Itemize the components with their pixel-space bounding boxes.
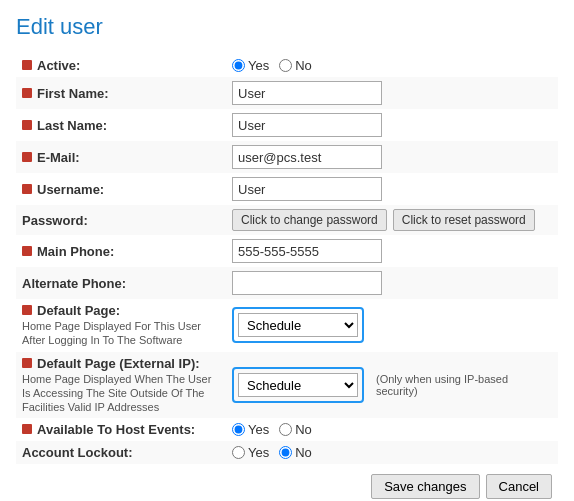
mainphone-label: Main Phone: <box>37 244 114 259</box>
hostevents-yes-text: Yes <box>248 422 269 437</box>
lastname-input[interactable] <box>232 113 382 137</box>
accountlockout-label-cell: Account Lockout: <box>16 441 226 464</box>
footer-buttons: Save changes Cancel <box>16 474 558 499</box>
password-label-cell: Password: <box>16 205 226 235</box>
hostevents-field-cell: Yes No <box>226 418 558 441</box>
altphone-input[interactable] <box>232 271 382 295</box>
accountlockout-label: Account Lockout: <box>22 445 133 460</box>
password-btn-row: Click to change password Click to reset … <box>232 209 552 231</box>
page-container: Edit user Active: Yes <box>0 0 574 501</box>
defaultpage-label: Default Page: <box>37 303 120 318</box>
row-email: E-Mail: <box>16 141 558 173</box>
defaultpage-highlight: Schedule Dashboard Reports <box>232 307 364 343</box>
required-indicator-firstname <box>22 88 32 98</box>
hostevents-yes-radio[interactable] <box>232 423 245 436</box>
row-accountlockout: Account Lockout: Yes No <box>16 441 558 464</box>
hostevents-label-cell: Available To Host Events: <box>16 418 226 441</box>
active-yes-text: Yes <box>248 58 269 73</box>
altphone-label: Alternate Phone: <box>22 276 126 291</box>
reset-password-button[interactable]: Click to reset password <box>393 209 535 231</box>
row-password: Password: Click to change password Click… <box>16 205 558 235</box>
row-lastname: Last Name: <box>16 109 558 141</box>
active-no-radio[interactable] <box>279 59 292 72</box>
required-indicator-lastname <box>22 120 32 130</box>
accountlockout-yes-label[interactable]: Yes <box>232 445 269 460</box>
defaultpage-label-cell: Default Page: Home Page Displayed For Th… <box>16 299 226 352</box>
firstname-input[interactable] <box>232 81 382 105</box>
accountlockout-no-radio[interactable] <box>279 446 292 459</box>
row-active: Active: Yes No <box>16 54 558 77</box>
defaultpage-ext-highlight: Schedule Dashboard Reports <box>232 367 364 403</box>
firstname-label: First Name: <box>37 86 109 101</box>
hostevents-no-radio[interactable] <box>279 423 292 436</box>
edit-user-form: Active: Yes No <box>16 54 558 464</box>
username-label-cell: Username: <box>16 173 226 205</box>
mainphone-label-cell: Main Phone: <box>16 235 226 267</box>
defaultpage-desc: Home Page Displayed For This User After … <box>22 319 220 348</box>
required-indicator-hostevents <box>22 424 32 434</box>
active-field-cell: Yes No <box>226 54 558 77</box>
active-radio-group: Yes No <box>232 58 552 73</box>
hostevents-no-label[interactable]: No <box>279 422 312 437</box>
firstname-label-cell: First Name: <box>16 77 226 109</box>
firstname-field-cell <box>226 77 558 109</box>
defaultpage-select[interactable]: Schedule Dashboard Reports <box>238 313 358 337</box>
email-input[interactable] <box>232 145 382 169</box>
password-label: Password: <box>22 213 88 228</box>
row-firstname: First Name: <box>16 77 558 109</box>
defaultpage-ext-label-cell: Default Page (External IP): Home Page Di… <box>16 352 226 419</box>
required-indicator-mainphone <box>22 246 32 256</box>
hostevents-radio-group: Yes No <box>232 422 552 437</box>
save-changes-button[interactable]: Save changes <box>371 474 479 499</box>
hostevents-label: Available To Host Events: <box>37 422 195 437</box>
accountlockout-yes-text: Yes <box>248 445 269 460</box>
password-field-cell: Click to change password Click to reset … <box>226 205 558 235</box>
altphone-field-cell <box>226 267 558 299</box>
active-label: Active: <box>37 58 80 73</box>
email-field-cell <box>226 141 558 173</box>
defaultpage-field-cell: Schedule Dashboard Reports <box>226 299 558 352</box>
active-label-cell: Active: <box>16 54 226 77</box>
username-field-cell <box>226 173 558 205</box>
row-defaultpage: Default Page: Home Page Displayed For Th… <box>16 299 558 352</box>
page-title: Edit user <box>16 14 558 40</box>
lastname-field-cell <box>226 109 558 141</box>
row-hostevents: Available To Host Events: Yes No <box>16 418 558 441</box>
change-password-button[interactable]: Click to change password <box>232 209 387 231</box>
row-defaultpage-ext: Default Page (External IP): Home Page Di… <box>16 352 558 419</box>
active-yes-radio[interactable] <box>232 59 245 72</box>
row-mainphone: Main Phone: <box>16 235 558 267</box>
active-no-label[interactable]: No <box>279 58 312 73</box>
defaultpage-ext-label: Default Page (External IP): <box>37 356 200 371</box>
defaultpage-ext-select[interactable]: Schedule Dashboard Reports <box>238 373 358 397</box>
username-label: Username: <box>37 182 104 197</box>
accountlockout-no-text: No <box>295 445 312 460</box>
lastname-label: Last Name: <box>37 118 107 133</box>
required-indicator-defaultpage-ext <box>22 358 32 368</box>
defaultpage-ext-note: (Only when using IP-based security) <box>376 373 552 397</box>
altphone-label-cell: Alternate Phone: <box>16 267 226 299</box>
email-label-cell: E-Mail: <box>16 141 226 173</box>
required-indicator-email <box>22 152 32 162</box>
email-label: E-Mail: <box>37 150 80 165</box>
hostevents-no-text: No <box>295 422 312 437</box>
cancel-button[interactable]: Cancel <box>486 474 552 499</box>
defaultpage-ext-desc: Home Page Displayed When The User Is Acc… <box>22 372 220 415</box>
lastname-label-cell: Last Name: <box>16 109 226 141</box>
active-yes-label[interactable]: Yes <box>232 58 269 73</box>
mainphone-input[interactable] <box>232 239 382 263</box>
mainphone-field-cell <box>226 235 558 267</box>
row-username: Username: <box>16 173 558 205</box>
active-no-text: No <box>295 58 312 73</box>
accountlockout-no-label[interactable]: No <box>279 445 312 460</box>
accountlockout-field-cell: Yes No <box>226 441 558 464</box>
required-indicator-defaultpage <box>22 305 32 315</box>
row-altphone: Alternate Phone: <box>16 267 558 299</box>
defaultpage-ext-field-cell: Schedule Dashboard Reports (Only when us… <box>226 352 558 419</box>
required-indicator-active <box>22 60 32 70</box>
required-indicator-username <box>22 184 32 194</box>
hostevents-yes-label[interactable]: Yes <box>232 422 269 437</box>
username-input[interactable] <box>232 177 382 201</box>
accountlockout-radio-group: Yes No <box>232 445 552 460</box>
accountlockout-yes-radio[interactable] <box>232 446 245 459</box>
